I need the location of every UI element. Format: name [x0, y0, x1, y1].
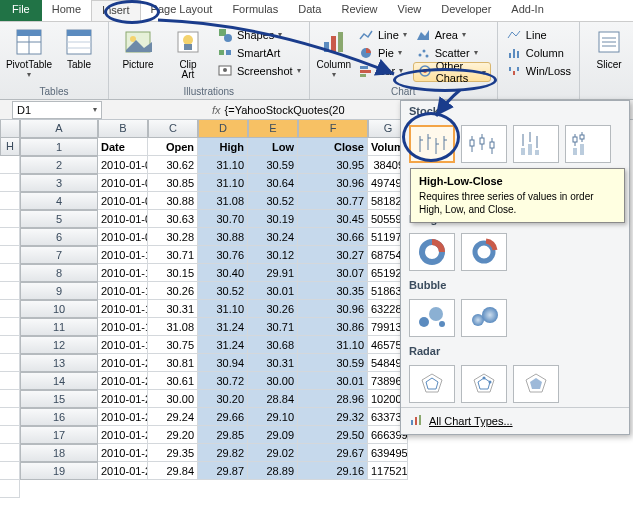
cell[interactable] — [0, 462, 20, 480]
picture-button[interactable]: Picture — [115, 24, 161, 70]
row-header[interactable]: 8 — [20, 264, 98, 282]
col-header[interactable]: H — [0, 138, 20, 156]
cell[interactable]: 30.31 — [148, 300, 198, 318]
row-header[interactable]: 17 — [20, 426, 98, 444]
cell[interactable]: 30.52 — [198, 282, 248, 300]
cell[interactable]: 29.09 — [248, 426, 298, 444]
cell[interactable]: 31.08 — [148, 318, 198, 336]
area-chart-button[interactable]: Area ▾ — [413, 26, 491, 43]
cell[interactable]: 30.59 — [298, 354, 368, 372]
cell[interactable]: 2010-01-08 — [98, 228, 148, 246]
cell[interactable] — [0, 228, 20, 246]
tab-file[interactable]: File — [0, 0, 42, 21]
tab-review[interactable]: Review — [331, 0, 387, 21]
sparkline-line-button[interactable]: Line — [504, 26, 573, 43]
cell[interactable] — [0, 156, 20, 174]
cell[interactable]: 28.84 — [248, 390, 298, 408]
cell[interactable] — [0, 480, 20, 498]
cell[interactable] — [0, 444, 20, 462]
cell[interactable]: 30.96 — [298, 174, 368, 192]
stock-vohlc-option[interactable] — [565, 125, 611, 163]
cell[interactable]: 29.84 — [148, 462, 198, 480]
cell[interactable]: 30.07 — [298, 264, 368, 282]
cell[interactable]: 29.32 — [298, 408, 368, 426]
row-header[interactable]: 2 — [20, 156, 98, 174]
cell[interactable]: 30.76 — [198, 246, 248, 264]
row-header[interactable]: 9 — [20, 282, 98, 300]
formula-input[interactable]: {=YahooStockQuotes(20 — [225, 104, 345, 116]
cell[interactable]: 30.95 — [298, 156, 368, 174]
name-box[interactable]: D1▾ — [12, 101, 102, 119]
row-header[interactable]: 3 — [20, 174, 98, 192]
cell[interactable]: 30.62 — [148, 156, 198, 174]
cell[interactable]: 2010-01-11 — [98, 246, 148, 264]
row-header[interactable]: 5 — [20, 210, 98, 228]
cell[interactable]: 29.67 — [298, 444, 368, 462]
cell[interactable]: 30.00 — [248, 372, 298, 390]
row-header[interactable]: 16 — [20, 408, 98, 426]
cell[interactable]: 2010-01-13 — [98, 282, 148, 300]
cell[interactable] — [0, 318, 20, 336]
radar-filled-option[interactable] — [513, 365, 559, 403]
cell[interactable]: 2010-01-14 — [98, 300, 148, 318]
cell[interactable]: 30.71 — [248, 318, 298, 336]
cell[interactable]: 30.71 — [148, 246, 198, 264]
cell[interactable]: 30.26 — [148, 282, 198, 300]
cell[interactable]: 2010-01-25 — [98, 408, 148, 426]
cell[interactable]: 31.10 — [298, 336, 368, 354]
cell[interactable] — [0, 264, 20, 282]
cell[interactable]: 30.88 — [198, 228, 248, 246]
cell[interactable]: 30.40 — [198, 264, 248, 282]
cell[interactable]: 29.35 — [148, 444, 198, 462]
col-header[interactable] — [0, 120, 20, 138]
col-header[interactable]: A — [20, 120, 98, 138]
cell[interactable] — [0, 174, 20, 192]
cell[interactable]: 30.96 — [298, 300, 368, 318]
cell[interactable]: 29.50 — [298, 426, 368, 444]
cell[interactable]: 29.85 — [198, 426, 248, 444]
row-header[interactable]: 4 — [20, 192, 98, 210]
row-header[interactable]: 11 — [20, 318, 98, 336]
cell[interactable]: 29.66 — [198, 408, 248, 426]
cell[interactable]: 30.19 — [248, 210, 298, 228]
cell[interactable]: 29.02 — [248, 444, 298, 462]
cell[interactable]: 30.81 — [148, 354, 198, 372]
stock-vhlc-option[interactable] — [513, 125, 559, 163]
cell[interactable]: 30.45 — [298, 210, 368, 228]
cell[interactable]: 30.64 — [248, 174, 298, 192]
pivottable-button[interactable]: PivotTable▾ — [6, 24, 52, 79]
clipart-button[interactable]: Clip Art — [165, 24, 211, 80]
col-header[interactable]: C — [148, 120, 198, 138]
cell[interactable]: 30.94 — [198, 354, 248, 372]
cell[interactable]: 2010-01-12 — [98, 264, 148, 282]
row-header[interactable]: 1 — [20, 138, 98, 156]
cell[interactable]: 30.70 — [198, 210, 248, 228]
tab-home[interactable]: Home — [42, 0, 91, 21]
cell[interactable]: Low — [248, 138, 298, 156]
tab-view[interactable]: View — [388, 0, 432, 21]
tab-addins[interactable]: Add-In — [501, 0, 553, 21]
cell[interactable]: 28.89 — [248, 462, 298, 480]
cell[interactable] — [0, 336, 20, 354]
tab-formulas[interactable]: Formulas — [222, 0, 288, 21]
cell[interactable]: 30.31 — [248, 354, 298, 372]
cell[interactable]: 31.24 — [198, 336, 248, 354]
cell[interactable] — [0, 372, 20, 390]
stock-ohlc-option[interactable] — [461, 125, 507, 163]
cell[interactable]: 30.28 — [148, 228, 198, 246]
cell[interactable]: 2010-01-19 — [98, 336, 148, 354]
cell[interactable] — [0, 246, 20, 264]
tab-insert[interactable]: Insert — [91, 0, 141, 21]
slicer-button[interactable]: Slicer — [586, 24, 632, 70]
cell[interactable]: 30.20 — [198, 390, 248, 408]
cell[interactable]: 2010-01-07 — [98, 210, 148, 228]
cell[interactable]: 30.35 — [298, 282, 368, 300]
cell[interactable]: Open — [148, 138, 198, 156]
cell[interactable]: 30.59 — [248, 156, 298, 174]
doughnut-option[interactable] — [409, 233, 455, 271]
col-header[interactable]: D — [198, 120, 248, 138]
cell[interactable]: 31.10 — [198, 174, 248, 192]
cell[interactable]: 30.63 — [148, 210, 198, 228]
radar-markers-option[interactable] — [461, 365, 507, 403]
other-charts-button[interactable]: Other Charts ▾ — [413, 62, 491, 82]
